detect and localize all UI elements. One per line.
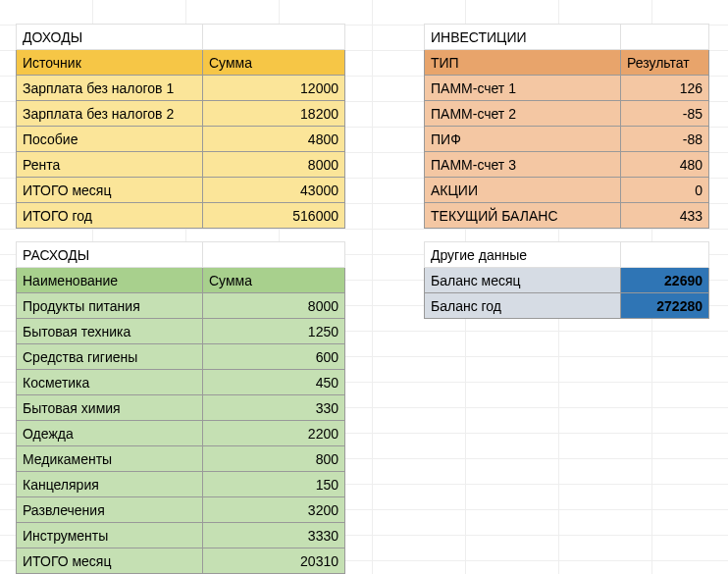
table-row[interactable]: Средства гигиены xyxy=(17,344,203,370)
table-row[interactable]: 22690 xyxy=(621,268,709,293)
table-row[interactable]: Канцелярия xyxy=(17,472,203,497)
table-row[interactable]: 272280 xyxy=(621,293,709,319)
blank-cell xyxy=(203,25,345,50)
table-row[interactable]: ПАММ-счет 1 xyxy=(425,76,621,101)
other-data-table[interactable]: Другие данные Баланс месяц 22690 Баланс … xyxy=(424,241,709,319)
table-row[interactable]: 12000 xyxy=(203,76,345,101)
income-header-label[interactable]: Источник xyxy=(17,50,203,76)
table-row[interactable]: -88 xyxy=(621,127,709,152)
table-row[interactable]: ИТОГО месяц xyxy=(17,548,203,574)
table-row[interactable]: Бытовая техника xyxy=(17,319,203,344)
table-row[interactable]: 3330 xyxy=(203,523,345,548)
table-row[interactable]: ИТОГО месяц xyxy=(17,178,203,203)
table-row[interactable]: 126 xyxy=(621,76,709,101)
table-row[interactable]: 433 xyxy=(621,203,709,229)
table-row[interactable]: Зарплата без налогов 2 xyxy=(17,101,203,127)
blank-cell xyxy=(203,242,345,268)
table-row[interactable]: 330 xyxy=(203,395,345,421)
investments-header-label[interactable]: ТИП xyxy=(425,50,621,76)
investments-title: ИНВЕСТИЦИИ xyxy=(425,25,621,50)
table-row[interactable]: 1250 xyxy=(203,319,345,344)
table-row[interactable]: 600 xyxy=(203,344,345,370)
table-row[interactable]: Медикаменты xyxy=(17,446,203,472)
income-header-value[interactable]: Сумма xyxy=(203,50,345,76)
table-row[interactable]: 516000 xyxy=(203,203,345,229)
table-row[interactable]: 8000 xyxy=(203,152,345,178)
table-row[interactable]: ПАММ-счет 3 xyxy=(425,152,621,178)
table-row[interactable]: ПАММ-счет 2 xyxy=(425,101,621,127)
income-table[interactable]: ДОХОДЫ Источник Сумма Зарплата без налог… xyxy=(16,24,345,229)
table-row[interactable]: 8000 xyxy=(203,293,345,319)
expenses-header-label[interactable]: Наименование xyxy=(17,268,203,293)
table-row[interactable]: -85 xyxy=(621,101,709,127)
table-row[interactable]: Косметика xyxy=(17,370,203,395)
table-row[interactable]: ТЕКУЩИЙ БАЛАНС xyxy=(425,203,621,229)
table-row[interactable]: Бытовая химия xyxy=(17,395,203,421)
table-row[interactable]: ИТОГО год xyxy=(17,203,203,229)
expenses-header-value[interactable]: Сумма xyxy=(203,268,345,293)
table-row[interactable]: Баланс год xyxy=(425,293,621,319)
table-row[interactable]: 2200 xyxy=(203,421,345,446)
table-row[interactable]: Пособие xyxy=(17,127,203,152)
expenses-title: РАСХОДЫ xyxy=(17,242,203,268)
table-row[interactable]: 0 xyxy=(621,178,709,203)
table-row[interactable]: Инструменты xyxy=(17,523,203,548)
table-row[interactable]: 18200 xyxy=(203,101,345,127)
table-row[interactable]: Зарплата без налогов 1 xyxy=(17,76,203,101)
table-row[interactable]: ПИФ xyxy=(425,127,621,152)
table-row[interactable]: 43000 xyxy=(203,178,345,203)
investments-table[interactable]: ИНВЕСТИЦИИ ТИП Результат ПАММ-счет 1 126… xyxy=(424,24,709,229)
table-row[interactable]: Одежда xyxy=(17,421,203,446)
expenses-table[interactable]: РАСХОДЫ Наименование Сумма Продукты пита… xyxy=(16,241,345,574)
table-row[interactable]: 3200 xyxy=(203,497,345,523)
table-row[interactable]: АКЦИИ xyxy=(425,178,621,203)
table-row[interactable]: 800 xyxy=(203,446,345,472)
other-title: Другие данные xyxy=(425,242,621,268)
table-row[interactable]: Продукты питания xyxy=(17,293,203,319)
table-row[interactable]: Баланс месяц xyxy=(425,268,621,293)
table-row[interactable]: 450 xyxy=(203,370,345,395)
blank-cell xyxy=(621,242,709,268)
investments-header-value[interactable]: Результат xyxy=(621,50,709,76)
blank-cell xyxy=(621,25,709,50)
table-row[interactable]: 480 xyxy=(621,152,709,178)
income-title: ДОХОДЫ xyxy=(17,25,203,50)
table-row[interactable]: 20310 xyxy=(203,548,345,574)
table-row[interactable]: Развлечения xyxy=(17,497,203,523)
table-row[interactable]: Рента xyxy=(17,152,203,178)
table-row[interactable]: 4800 xyxy=(203,127,345,152)
table-row[interactable]: 150 xyxy=(203,472,345,497)
